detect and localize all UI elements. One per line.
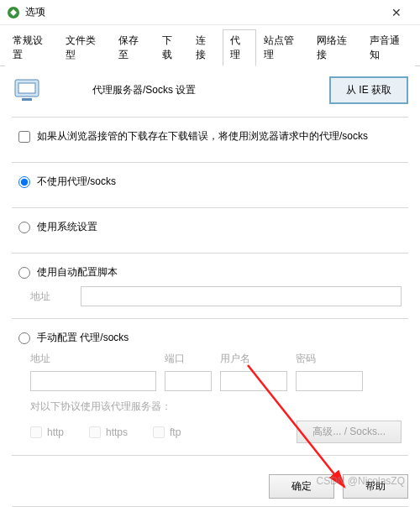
system-group: 使用系统设置 [12,207,408,253]
auto-config-addr-label: 地址 [30,290,72,304]
auto-config-group: 使用自动配置脚本 地址 [12,253,408,318]
manual-inputs [30,371,402,391]
manual-user-label: 用户名 [220,352,287,366]
tab-bar: 常规设置 文件类型 保存至 下载 连接 代理 站点管理 网络连接 声音通知 [0,25,420,66]
manual-grid: 地址 端口 用户名 密码 对以下协议使用该代理服务器： [30,352,402,414]
browser-error-checkbox[interactable] [18,131,30,143]
help-button[interactable]: 帮助 [343,474,408,499]
proto-https-checkbox [89,426,101,438]
proto-http-item[interactable]: http [30,426,64,438]
proto-https-item[interactable]: https [89,426,128,438]
system-radio[interactable] [18,222,30,233]
system-label: 使用系统设置 [37,220,97,234]
ok-button[interactable]: 确定 [269,474,334,499]
manual-pass-label: 密码 [296,352,363,366]
bottom-bar: 确定 帮助 [269,474,408,499]
no-proxy-radio[interactable] [18,176,30,188]
manual-port-label: 端口 [165,352,212,366]
tab-sites[interactable]: 站点管理 [256,29,309,66]
manual-radio-row[interactable]: 手动配置 代理/socks [18,331,402,345]
auto-config-addr-row: 地址 [30,286,402,306]
tab-download[interactable]: 下载 [155,29,188,66]
no-proxy-group: 不使用代理/socks [12,162,408,207]
manual-group: 手动配置 代理/socks 地址 端口 用户名 密码 对以下协议使用该代理服务器… [12,318,408,456]
manual-addr-input[interactable] [30,371,156,391]
tab-connection[interactable]: 连接 [188,29,222,66]
no-proxy-radio-row[interactable]: 不使用代理/socks [18,175,402,189]
svg-rect-3 [22,98,32,101]
manual-label: 手动配置 代理/socks [37,331,129,345]
protocol-row: http https ftp 高级... / Socks... [30,421,402,443]
section-title: 代理服务器/Socks 设置 [92,83,312,97]
from-ie-button[interactable]: 从 IE 获取 [329,76,408,104]
window-title: 选项 [25,5,380,19]
proto-ftp-label: ftp [170,426,181,438]
auto-config-addr-input[interactable] [81,286,402,306]
manual-addr-label: 地址 [30,352,156,366]
manual-radio[interactable] [18,332,30,344]
auto-config-label: 使用自动配置脚本 [37,265,118,280]
proto-https-label: https [106,426,128,438]
auto-config-radio[interactable] [18,267,30,279]
manual-headers: 地址 端口 用户名 密码 [30,352,402,366]
tab-saveto[interactable]: 保存至 [111,29,155,66]
manual-pass-input[interactable] [296,371,363,391]
system-radio-row[interactable]: 使用系统设置 [18,220,402,234]
proto-ftp-checkbox [153,426,165,438]
tab-proxy[interactable]: 代理 [223,29,256,66]
tab-filetypes[interactable]: 文件类型 [58,29,111,66]
browser-error-label: 如果从浏览器接管的下载存在下载错误，将使用浏览器请求中的代理/socks [37,129,368,144]
advanced-button[interactable]: 高级... / Socks... [297,421,402,443]
titlebar: 选项 ✕ [0,0,420,25]
manual-port-input[interactable] [165,371,212,391]
tab-general[interactable]: 常规设置 [5,29,58,66]
browser-error-group: 如果从浏览器接管的下载存在下载错误，将使用浏览器请求中的代理/socks [12,117,408,162]
no-proxy-label: 不使用代理/socks [37,175,116,189]
svg-rect-2 [18,83,35,93]
proxy-icon [12,75,42,105]
manual-user-input[interactable] [220,371,287,391]
proto-ftp-item[interactable]: ftp [153,426,181,438]
content-area: 代理服务器/Socks 设置 从 IE 获取 如果从浏览器接管的下载存在下载错误… [0,66,420,507]
proto-http-label: http [47,426,64,438]
tab-network[interactable]: 网络连接 [309,29,362,66]
close-button[interactable]: ✕ [380,1,413,24]
proto-http-checkbox [30,426,42,438]
tab-sound[interactable]: 声音通知 [362,29,415,66]
app-icon [7,6,20,19]
browser-error-checkbox-row[interactable]: 如果从浏览器接管的下载存在下载错误，将使用浏览器请求中的代理/socks [18,129,402,144]
auto-config-radio-row[interactable]: 使用自动配置脚本 [18,265,402,280]
protocols-caption: 对以下协议使用该代理服务器： [30,400,402,414]
header-row: 代理服务器/Socks 设置 从 IE 获取 [12,75,408,105]
